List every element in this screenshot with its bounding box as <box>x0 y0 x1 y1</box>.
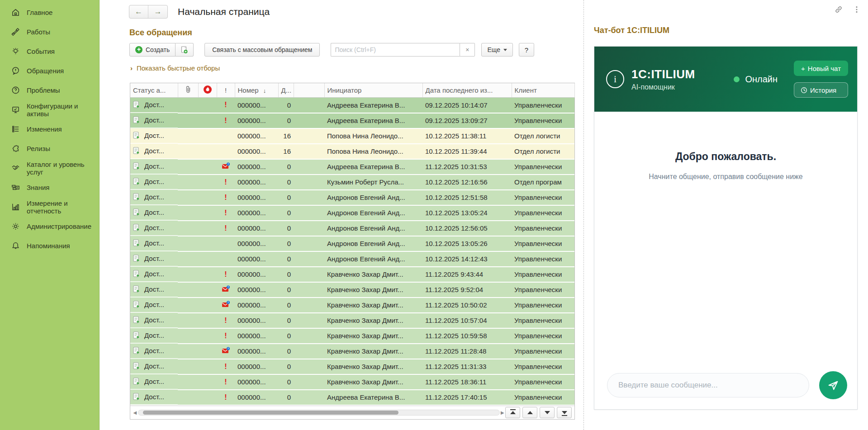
hscroll-thumb[interactable] <box>143 411 398 415</box>
number-cell[interactable]: 000000... <box>235 251 278 267</box>
flag-cell[interactable] <box>217 282 235 298</box>
flag-cell[interactable]: ! <box>217 313 235 328</box>
sidebar-item-12[interactable]: Администрирование <box>0 217 99 236</box>
attachment-cell[interactable] <box>178 236 198 251</box>
number-cell[interactable]: 000000... <box>235 267 278 282</box>
table-row[interactable]: Дост...!000000...0Кравченко Захар Дмит..… <box>130 374 574 390</box>
status-cell[interactable]: Дост... <box>130 267 178 282</box>
flag-cell[interactable]: ! <box>217 221 235 236</box>
urgent-cell[interactable] <box>198 282 217 298</box>
table-row[interactable]: Дост...!000000...0Андреева Екатерина В..… <box>130 97 574 113</box>
blank-cell[interactable] <box>294 221 324 236</box>
attachment-cell[interactable] <box>178 313 198 328</box>
table-row[interactable]: Дост...000000...0Кравченко Захар Дмит...… <box>130 298 574 313</box>
flag-cell[interactable] <box>217 344 235 359</box>
attachment-cell[interactable] <box>178 328 198 344</box>
initiator-cell[interactable]: Андреева Екатерина В... <box>324 97 422 113</box>
blank-cell[interactable] <box>294 374 324 390</box>
urgent-cell[interactable] <box>198 97 217 113</box>
number-cell[interactable]: 000000... <box>235 159 278 175</box>
urgent-cell[interactable] <box>198 251 217 267</box>
table-row[interactable]: Дост...000000...16Попова Нина Леонидо...… <box>130 144 574 159</box>
column-blank[interactable] <box>294 83 324 97</box>
number-cell[interactable]: 000000... <box>235 113 278 128</box>
days-cell[interactable]: 0 <box>278 390 294 405</box>
status-cell[interactable]: Дост... <box>130 128 178 144</box>
date-cell[interactable]: 10.12.2025 12:56:05 <box>422 221 512 236</box>
days-cell[interactable]: 0 <box>278 97 294 113</box>
days-cell[interactable]: 0 <box>278 236 294 251</box>
blank-cell[interactable] <box>294 144 324 159</box>
flag-cell[interactable]: ! <box>217 359 235 374</box>
client-cell[interactable]: Управленчески <box>512 205 574 221</box>
date-cell[interactable]: 09.12.2025 10:14:07 <box>422 97 512 113</box>
initiator-cell[interactable]: Андреева Екатерина В... <box>324 390 422 405</box>
status-cell[interactable]: Дост... <box>130 328 178 344</box>
urgent-cell[interactable] <box>198 190 217 205</box>
date-cell[interactable]: 10.12.2025 13:05:26 <box>422 236 512 251</box>
table-row[interactable]: Дост...000000...0Кравченко Захар Дмит...… <box>130 344 574 359</box>
table-row[interactable]: Дост...000000...0Андреева Екатерина В...… <box>130 159 574 175</box>
attachment-cell[interactable] <box>178 97 198 113</box>
days-cell[interactable]: 0 <box>278 175 294 190</box>
column-client[interactable]: Клиент <box>512 83 574 97</box>
status-cell[interactable]: Дост... <box>130 175 178 190</box>
status-cell[interactable]: Дост... <box>130 205 178 221</box>
client-cell[interactable]: Управленчески <box>512 282 574 298</box>
blank-cell[interactable] <box>294 344 324 359</box>
attachment-cell[interactable] <box>178 282 198 298</box>
attachment-cell[interactable] <box>178 128 198 144</box>
flag-cell[interactable]: ! <box>217 113 235 128</box>
date-cell[interactable]: 10.12.2025 12:16:56 <box>422 175 512 190</box>
send-button[interactable] <box>819 371 847 399</box>
days-cell[interactable]: 0 <box>278 282 294 298</box>
urgent-cell[interactable] <box>198 267 217 282</box>
date-cell[interactable]: 11.12.2025 11:31:33 <box>422 359 512 374</box>
client-cell[interactable]: Управленчески <box>512 359 574 374</box>
hscroll-right-button[interactable]: ▶ <box>500 408 506 416</box>
attachment-cell[interactable] <box>178 190 198 205</box>
date-cell[interactable]: 11.12.2025 10:57:04 <box>422 313 512 328</box>
chat-message-input[interactable] <box>607 373 809 397</box>
table-row[interactable]: Дост...!000000...0Кравченко Захар Дмит..… <box>130 359 574 374</box>
date-cell[interactable]: 11.12.2025 9:43:44 <box>422 267 512 282</box>
days-cell[interactable]: 0 <box>278 190 294 205</box>
status-cell[interactable]: Дост... <box>130 159 178 175</box>
link-icon[interactable] <box>835 5 843 14</box>
table-row[interactable]: Дост...000000...0Кравченко Захар Дмит...… <box>130 282 574 298</box>
number-cell[interactable]: 000000... <box>235 390 278 405</box>
status-cell[interactable]: Дост... <box>130 344 178 359</box>
date-cell[interactable]: 11.12.2025 10:50:02 <box>422 298 512 313</box>
search-clear-button[interactable]: × <box>460 43 475 57</box>
initiator-cell[interactable]: Андронов Евгений Анд... <box>324 236 422 251</box>
initiator-cell[interactable]: Кравченко Захар Дмит... <box>324 282 422 298</box>
column-exclamation[interactable]: ! <box>217 83 235 97</box>
number-cell[interactable]: 000000... <box>235 144 278 159</box>
column-number[interactable]: Номер ↓ <box>235 83 278 97</box>
sidebar-item-11[interactable]: Измерение и отчетность <box>0 197 99 217</box>
table-row[interactable]: Дост...!000000...0Кравченко Захар Дмит..… <box>130 313 574 328</box>
blank-cell[interactable] <box>294 175 324 190</box>
urgent-cell[interactable] <box>198 221 217 236</box>
flag-cell[interactable]: ! <box>217 175 235 190</box>
urgent-cell[interactable] <box>198 144 217 159</box>
client-cell[interactable]: Управленчески <box>512 374 574 390</box>
flag-cell[interactable]: ! <box>217 374 235 390</box>
more-button[interactable]: Еще <box>481 43 513 57</box>
urgent-cell[interactable] <box>198 313 217 328</box>
number-cell[interactable]: 000000... <box>235 205 278 221</box>
date-cell[interactable]: 09.12.2025 13:09:27 <box>422 113 512 128</box>
number-cell[interactable]: 000000... <box>235 190 278 205</box>
hscroll-track[interactable] <box>138 410 500 416</box>
flag-cell[interactable] <box>217 251 235 267</box>
flag-cell[interactable]: ! <box>217 190 235 205</box>
search-input[interactable] <box>331 43 460 57</box>
back-button[interactable]: ← <box>129 5 148 18</box>
date-cell[interactable]: 10.12.2025 11:39:44 <box>422 144 512 159</box>
attachment-cell[interactable] <box>178 113 198 128</box>
attachment-cell[interactable] <box>178 144 198 159</box>
client-cell[interactable]: Отдел логисти <box>512 144 574 159</box>
sidebar-item-9[interactable]: Каталог и уровень услуг <box>0 158 99 178</box>
blank-cell[interactable] <box>294 236 324 251</box>
blank-cell[interactable] <box>294 328 324 344</box>
